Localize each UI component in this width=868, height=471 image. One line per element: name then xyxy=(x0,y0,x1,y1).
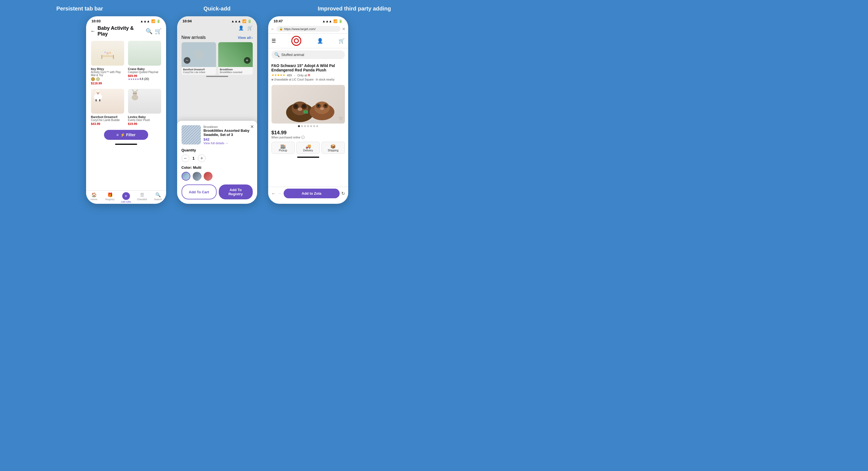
arrival-info-1: Barefoot Dreams® CozyChic Lite Infant xyxy=(182,67,216,75)
arrival-card-1[interactable]: − Barefoot Dreams® CozyChic Lite Infant xyxy=(182,42,216,75)
tab-home[interactable]: 🏠 Home xyxy=(86,192,102,203)
tab-bar: 🏠 Home 🎁 Registry + Add Gifts ☰ Checklis… xyxy=(86,190,166,204)
status-bar-3: 10:47 ▲▲▲ 📶 🔋 xyxy=(268,16,348,24)
product-image-2 xyxy=(128,41,161,66)
time-2: 10:04 xyxy=(183,19,192,23)
product-card-1[interactable]: Itzy Ritzy Activity Gym™ with Play Mat &… xyxy=(89,39,126,87)
only-at-label: Only at ⊙ xyxy=(298,73,310,77)
filter-button[interactable]: ≡ ⚡ Filter xyxy=(104,130,148,140)
availability-status: Unavailable at LIC Court Square · In sto… xyxy=(272,78,345,81)
browser-clear-button[interactable]: ✕ xyxy=(342,27,345,31)
target-nav: ☰ 👤 🛒 xyxy=(268,34,348,48)
modal-close-button[interactable]: ✕ xyxy=(250,124,254,129)
product-brand-3: Barefoot Dreams® xyxy=(91,115,124,119)
arrival-card-2[interactable]: + Brooklinen Brooklittles Assorted xyxy=(218,42,253,75)
view-all-link[interactable]: View all › xyxy=(238,36,253,40)
svg-point-37 xyxy=(317,104,319,107)
fulfillment-shipping[interactable]: 📦 Shipping xyxy=(321,142,345,154)
section-title-third-party: Improved third party adding xyxy=(285,5,423,12)
account-icon[interactable]: 👤 xyxy=(238,25,244,31)
registry-icon: 🎁 xyxy=(107,192,113,197)
tab-checklist[interactable]: ☰ Checklist xyxy=(134,192,150,203)
search-icon[interactable]: 🔍 xyxy=(146,28,153,34)
pickup-label: Pickup xyxy=(279,149,287,152)
product-card-4[interactable]: Levtex Baby Everly Deer Plush $19.99 xyxy=(126,87,163,127)
svg-point-10 xyxy=(97,93,98,94)
tab-add-gifts[interactable]: + Add Gifts xyxy=(118,192,134,203)
battery-icon: 🔋 xyxy=(156,19,161,23)
arrival-name-1: CozyChic Lite Infant xyxy=(183,71,214,74)
tab-search[interactable]: 🔍 Search xyxy=(150,192,166,203)
wifi-icon-3: 📶 xyxy=(333,19,337,23)
fulfillment-pickup[interactable]: 🏬 Pickup xyxy=(272,142,295,154)
browser-url-bar[interactable]: 🔒 https://www.target.com/ xyxy=(276,26,340,32)
hamburger-icon[interactable]: ☰ xyxy=(272,38,276,44)
home-icon: 🏠 xyxy=(91,192,97,197)
add-to-zola-button[interactable]: Add to Zola xyxy=(284,189,340,198)
status-icons-1: ▲▲▲ 📶 🔋 xyxy=(140,19,161,23)
arrival-decrement-1[interactable]: − xyxy=(184,57,190,64)
svg-text:🐾: 🐾 xyxy=(305,111,307,113)
svg-line-19 xyxy=(136,90,137,92)
arrival-name-2: Brooklittles Assorted xyxy=(220,71,251,74)
back-button[interactable]: ← xyxy=(91,28,95,34)
dot-1[interactable] xyxy=(298,125,300,127)
dot-3[interactable] xyxy=(304,125,306,127)
review-count-2: 4.8 (20) xyxy=(140,77,149,80)
availability-text: Unavailable at LIC Court Square · In sto… xyxy=(274,78,335,81)
modal-product-name: Brooklittles Assorted Baby Swaddle, Set … xyxy=(204,129,253,137)
home-indicator-1 xyxy=(115,144,137,145)
color-swatch-3[interactable] xyxy=(204,172,212,181)
target-search-bar[interactable]: 🔍 Stuffed animal xyxy=(272,51,345,59)
new-arrivals-header: New arrivals View all › xyxy=(177,33,257,42)
color-swatch-1[interactable] xyxy=(182,172,190,181)
svg-point-4 xyxy=(104,51,106,53)
cart-icon-3[interactable]: 🛒 xyxy=(339,38,345,44)
add-to-cart-button[interactable]: Add To Cart xyxy=(182,184,217,199)
quantity-increment[interactable]: + xyxy=(198,155,206,162)
wishlist-heart-button[interactable]: ♡ xyxy=(339,116,343,121)
tab-registry[interactable]: 🎁 Registry xyxy=(102,192,118,203)
svg-rect-2 xyxy=(113,55,114,59)
quantity-label: Quantity xyxy=(182,148,253,152)
modal-view-details-link[interactable]: View full details → xyxy=(204,141,253,145)
search-text: Stuffed animal xyxy=(281,53,342,57)
product-rating-2: ★★★★★ 4.8 (20) xyxy=(128,77,161,80)
cart-icon[interactable]: 🛒 xyxy=(155,28,162,34)
target-red-logo: ⊙ xyxy=(308,73,310,77)
svg-rect-14 xyxy=(99,99,100,101)
signal-icon-2: ▲▲▲ xyxy=(231,19,241,23)
new-arrivals-title: New arrivals xyxy=(182,35,206,40)
svg-point-32 xyxy=(299,108,301,110)
p3-back-button[interactable]: ← xyxy=(272,191,276,196)
target-logo[interactable] xyxy=(291,36,301,46)
phone3-bottom-bar: ← → Add to Zola ↻ xyxy=(268,187,348,200)
price-info-icon[interactable]: i xyxy=(301,136,305,139)
product-name-1: Activity Gym™ with Play Mat & Toy xyxy=(91,71,124,77)
section-title-persistent: Persistent tab bar xyxy=(11,5,149,12)
product-card-3[interactable]: Barefoot Dreams® CozyChic Lamb Buddie $4… xyxy=(89,87,126,127)
cart-icon-2[interactable]: 🛒 xyxy=(247,25,253,31)
p3-forward-button[interactable]: → xyxy=(278,191,282,196)
color-swatches xyxy=(182,172,253,181)
search-icon-3: 🔍 xyxy=(274,52,280,57)
dot-6[interactable] xyxy=(313,125,315,127)
product-image-dots xyxy=(268,124,348,129)
color-swatch-2[interactable] xyxy=(193,172,202,181)
checklist-icon: ☰ xyxy=(140,192,144,197)
dot-5[interactable] xyxy=(310,125,312,127)
dot-2[interactable] xyxy=(301,125,303,127)
modal-brand: Brooklinen xyxy=(204,125,253,129)
refresh-button[interactable]: ↻ xyxy=(341,191,345,196)
dot-7[interactable] xyxy=(316,125,318,127)
account-icon-3[interactable]: 👤 xyxy=(317,38,323,44)
add-to-registry-button[interactable]: Add To Registry xyxy=(219,184,253,199)
product-card-2[interactable]: Crane Baby Caspian Quilted Playmat $69.9… xyxy=(126,39,163,87)
home-indicator-2 xyxy=(206,76,228,77)
fulfillment-delivery[interactable]: 🚚 Delivery xyxy=(296,142,320,154)
arrival-increment-2[interactable]: + xyxy=(244,57,250,64)
quantity-decrement[interactable]: − xyxy=(182,155,189,162)
dot-4[interactable] xyxy=(307,125,309,127)
shipping-label: Shipping xyxy=(328,149,339,152)
browser-back-button[interactable]: ← xyxy=(271,27,275,31)
